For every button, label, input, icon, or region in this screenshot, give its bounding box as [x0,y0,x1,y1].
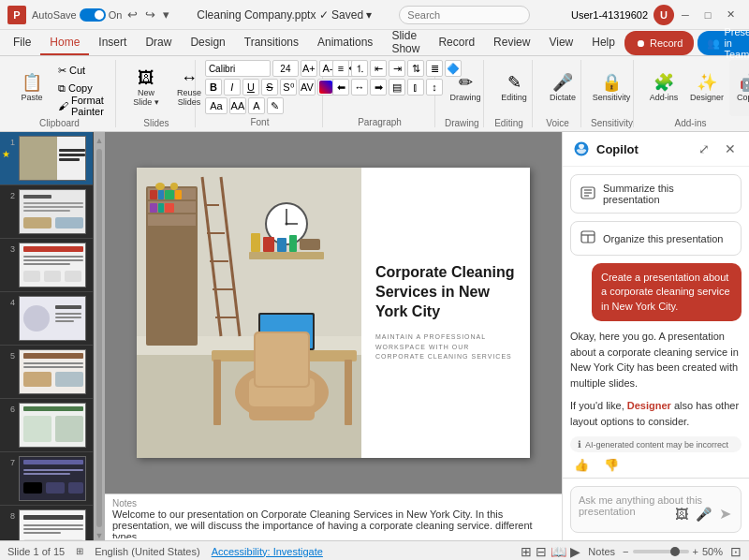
view-normal-icon[interactable]: ⊞ [76,546,83,556]
font-label: Font [205,115,315,127]
zoom-slider-thumb[interactable] [670,547,680,556]
notes-text[interactable]: Welcome to our presentation on Corporate… [112,508,554,538]
font-name-input[interactable] [205,60,271,77]
tab-file[interactable]: File [4,30,40,55]
slide-thumb-1[interactable]: 1 ★ [0,132,93,185]
tab-design[interactable]: Design [181,30,234,55]
send-button[interactable]: ➤ [717,503,733,524]
minimize-button[interactable]: ─ [674,6,697,24]
tab-slideshow[interactable]: Slide Show [382,30,429,55]
present-in-teams-button[interactable]: 👥 Present in Teams [698,31,749,55]
increase-indent-button[interactable]: ⇥ [389,60,405,77]
summarize-button[interactable]: Summarize this presentation [570,174,742,214]
strikethrough-button[interactable]: S [261,79,278,96]
italic-button[interactable]: I [224,79,241,96]
increase-font-button[interactable]: A+ [301,60,317,77]
decrease-indent-button[interactable]: ⇤ [370,60,387,77]
bold-button[interactable]: B [205,79,222,96]
tab-record[interactable]: Record [429,30,484,55]
designer-link[interactable]: Designer [627,400,671,411]
addins-button[interactable]: 🧩 Add-ins [643,60,684,116]
teams-icon: 👥 [707,37,720,50]
paste-button[interactable]: 📋 Paste [11,60,52,116]
notes-toggle-button[interactable]: Notes [588,546,615,557]
zoom-out-button[interactable]: − [623,546,628,557]
dictate-button[interactable]: 🎤 Dictate [542,60,583,116]
slide-panel-scrollbar[interactable]: ▲ ▼ [94,132,105,540]
text-size-btn[interactable]: Aa [205,97,228,114]
autosave-control[interactable]: AutoSave On [32,8,122,22]
shadow-button[interactable]: S⁰ [280,79,297,96]
bullets-button[interactable]: ≡ [332,60,349,77]
text-direction-button[interactable]: ⇅ [407,60,424,77]
slide-thumb-7[interactable]: 7 [0,452,93,506]
font-size-input[interactable] [272,60,299,77]
char-spacing-button[interactable]: AV [299,79,316,96]
copilot-close-button[interactable]: ✕ [721,140,740,158]
cut-button[interactable]: ✂Cut [54,62,108,79]
zoom-in-button[interactable]: + [693,546,698,557]
svg-rect-34 [23,416,51,442]
svg-rect-7 [23,202,83,204]
reading-view-button[interactable]: 📖 [551,544,566,559]
scroll-thumb-v[interactable] [96,149,102,527]
redo-icon[interactable]: ↪ [145,7,155,22]
zoom-slider[interactable] [633,550,689,553]
record-button[interactable]: ⏺ Record [624,31,694,55]
undo-icon[interactable]: ↩ [127,7,138,22]
thumbs-down-button[interactable]: 👎 [600,456,623,474]
slide-thumb-4[interactable]: 4 [0,292,93,346]
justify-button[interactable]: ▤ [389,79,405,96]
new-slide-button[interactable]: 🖼 NewSlide ▾ [125,60,167,116]
highlight-btn[interactable]: ✎ [267,97,284,114]
image-attach-icon[interactable]: 🖼 [673,505,690,523]
columns-button[interactable]: ⫿ [407,79,424,96]
slide-sorter-button[interactable]: ⊟ [536,544,547,559]
search-input[interactable] [399,6,530,24]
designer-button[interactable]: ✨ Designer [686,60,727,116]
align-right-button[interactable]: ➡ [370,79,387,96]
format-painter-button[interactable]: 🖌Format Painter [54,97,108,114]
editing-button[interactable]: ✎ Editing [493,60,535,116]
normal-view-button[interactable]: ⊞ [521,544,532,559]
numbering-button[interactable]: ⒈ [351,60,368,77]
slide-thumb-6[interactable]: 6 [0,399,93,452]
tab-view[interactable]: View [539,30,582,55]
slide-thumb-5[interactable]: 5 [0,346,93,399]
align-center-button[interactable]: ↔ [351,79,368,96]
slide-thumb-2[interactable]: 2 [0,185,93,239]
sensitivity-button[interactable]: 🔒 Sensitivity [591,60,632,116]
slides-group: 🖼 NewSlide ▾ ↔ ReuseSlides Slides [118,60,196,127]
microphone-icon[interactable]: 🎤 [694,505,713,523]
slideshow-button[interactable]: ▶ [570,544,580,559]
tab-home[interactable]: Home [40,30,89,55]
thumbs-up-button[interactable]: 👍 [570,456,593,474]
slide-thumb-3[interactable]: 3 [0,239,93,292]
drawing-button[interactable]: ✏ Drawing [445,60,486,116]
copilot-ribbon-button[interactable]: 🤖 Copilot [729,60,749,116]
copilot-expand-button[interactable]: ⤢ [695,140,713,158]
slide-thumb-8[interactable]: 8 [0,506,93,540]
font-size-medium[interactable]: A [248,97,265,114]
organize-button[interactable]: Organize this presentation [570,221,742,256]
fit-slide-button[interactable]: ⊡ [730,544,742,559]
underline-button[interactable]: U [242,79,259,96]
tab-transitions[interactable]: Transitions [235,30,308,55]
tab-insert[interactable]: Insert [89,30,136,55]
scroll-up-arrow[interactable]: ▲ [95,136,104,145]
maximize-button[interactable]: □ [697,6,719,24]
tab-draw[interactable]: Draw [136,30,181,55]
caps-button[interactable]: AA [229,97,246,114]
accessibility-label[interactable]: Accessibility: Investigate [212,546,323,557]
zoom-level-label[interactable]: 50% [702,546,723,557]
tab-review[interactable]: Review [484,30,539,55]
tab-animations[interactable]: Animations [308,30,382,55]
customize-icon[interactable]: ▾ [163,7,169,22]
autosave-toggle[interactable] [80,8,106,22]
search-area[interactable] [399,6,571,24]
notes-bar[interactable]: Notes Welcome to our presentation on Cor… [105,494,562,540]
scroll-down-arrow[interactable]: ▼ [95,531,104,540]
align-left-button[interactable]: ⬅ [332,79,349,96]
close-button[interactable]: ✕ [719,6,742,24]
tab-help[interactable]: Help [582,30,624,55]
